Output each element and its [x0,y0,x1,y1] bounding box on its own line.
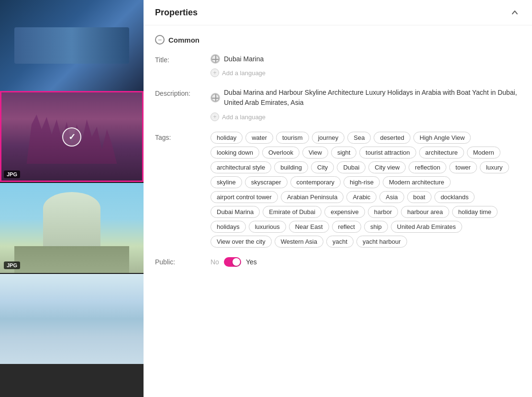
image-badge: JPG [4,170,20,178]
properties-panel: Properties Common Title: Dubai Marina [144,0,532,397]
tag-item: Dubai Marina [211,206,260,218]
tag-item: ship [364,221,388,233]
tag-item: Western Asia [275,236,323,248]
tag-item: High Angle View [413,132,471,144]
add-language-row-title: + Add a language [211,68,521,78]
tag-item: luxury [480,161,509,173]
tag-item: City view [368,161,406,173]
add-language-row-desc: + Add a language [211,112,521,122]
title-value-area: Dubai Marina + Add a language [211,54,521,78]
tag-item: View over the city [211,236,272,248]
tag-item: looking down [211,147,259,159]
tag-item: boat [407,191,432,203]
public-label: Public: [155,258,203,266]
tag-item: Arabian Peninsula [281,191,344,203]
tag-item: City [311,161,334,173]
tags-label: Tags: [155,132,203,141]
tag-item: architecture [419,147,464,159]
image-item-3[interactable]: JPG [0,182,144,273]
description-label: Description: [155,88,203,97]
section-header: Common [155,35,521,45]
tag-item: Modern [467,147,500,159]
tag-item: Arabic [346,191,377,203]
tag-item: Dubai [337,161,366,173]
description-value: Dubai Marina and Harbour Skyline Archite… [224,88,521,108]
tag-item: Modern architecture [383,176,451,188]
public-row: Public: No Yes [155,257,521,267]
tag-item: journey [312,132,345,144]
add-language-button-desc[interactable]: + Add a language [211,112,266,122]
image-badge-3: JPG [4,261,20,269]
image-sidebar: JPG JPG [0,0,144,397]
chevron-up-icon [511,9,519,16]
tag-item: holidays [211,221,246,233]
tag-item: Asia [379,191,404,203]
desc-lang-icon [211,93,220,102]
tag-item: United Arab Emirates [391,221,462,233]
toggle-no-label: No [211,258,219,266]
panel-title: Properties [155,8,198,18]
tag-item: holiday [211,132,243,144]
title-value-row: Dubai Marina [211,54,521,64]
tag-item: deserted [374,132,410,144]
tag-item: reflect [332,221,361,233]
tag-item: holiday time [452,206,498,218]
tag-item: yacht harbour [356,236,407,248]
tag-item: Sea [347,132,371,144]
tag-item: high-rise [344,176,380,188]
selected-checkmark [62,127,81,147]
title-lang-icon [211,54,220,64]
tag-item: expensive [324,206,365,218]
tag-item: harbour area [401,206,449,218]
add-language-label-desc: Add a language [222,113,266,121]
tag-item: contemporary [290,176,341,188]
tag-item: reflection [409,161,446,173]
tag-item: Emirate of Dubai [263,206,321,218]
add-language-button-title[interactable]: + Add a language [211,68,266,78]
description-row: Description: Dubai Marina and Harbour Sk… [155,88,521,122]
tag-item: tower [449,161,477,173]
panel-header: Properties [144,0,532,25]
section-title: Common [168,36,200,44]
tag-item: water [245,132,273,144]
tag-item: harbor [368,206,399,218]
tag-item: airport control tower [211,191,278,203]
add-lang-plus-icon: + [211,68,219,77]
add-lang-plus-icon-desc: + [211,113,219,121]
collapse-button[interactable] [509,7,521,18]
tag-item: building [274,161,308,173]
tag-item: sight [331,147,356,159]
public-toggle[interactable] [224,257,241,267]
tag-item: architectural style [211,161,271,173]
tag-item: tourist attraction [359,147,416,159]
tag-item: Near East [289,221,329,233]
title-value: Dubai Marina [224,55,264,63]
description-value-area: Dubai Marina and Harbour Skyline Archite… [211,88,521,122]
add-language-label-title: Add a language [222,69,266,77]
title-label: Title: [155,54,203,64]
tags-row: Tags: holidaywatertourismjourneySeadeser… [155,132,521,248]
tag-item: luxurious [249,221,286,233]
tag-item: yacht [326,236,354,248]
tag-item: skyscraper [245,176,288,188]
section-collapse-button[interactable] [155,35,165,45]
image-item-2[interactable]: JPG [0,91,144,182]
tags-area: holidaywatertourismjourneySeadesertedHig… [211,132,521,248]
panel-content: Common Title: Dubai Marina + Add a langu… [144,25,532,276]
tag-item: View [302,147,328,159]
image-item-1[interactable] [0,0,144,91]
tag-item: tourism [276,132,309,144]
tag-item: docklands [434,191,475,203]
title-row: Title: Dubai Marina + Add a language [155,54,521,78]
image-item-4[interactable] [0,273,144,364]
toggle-area: No Yes [211,257,257,267]
description-value-row: Dubai Marina and Harbour Skyline Archite… [211,88,521,108]
tag-item: Overlook [262,147,299,159]
toggle-yes-label: Yes [246,258,257,266]
tag-item: skyline [211,176,242,188]
